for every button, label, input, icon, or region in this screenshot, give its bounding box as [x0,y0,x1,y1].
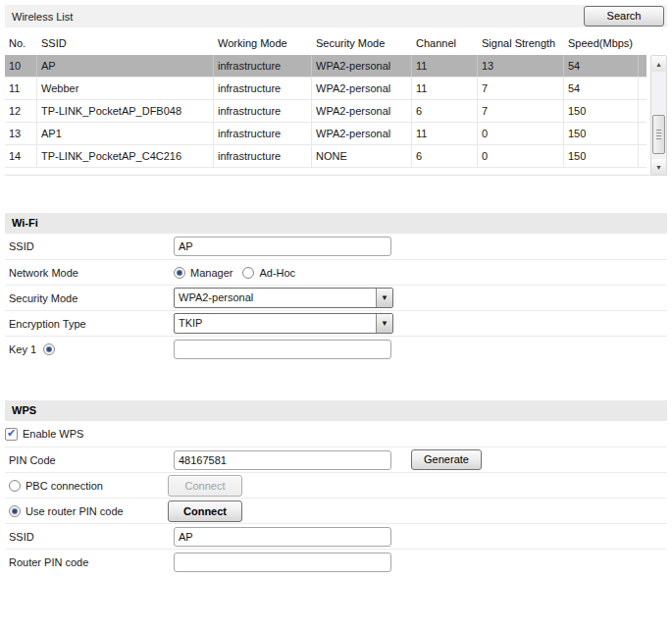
col-header-speed: Speed(Mbps) [564,31,639,55]
chevron-down-icon[interactable]: ▼ [376,314,392,333]
adhoc-radio-label: Ad-Hoc [259,267,295,279]
pin-code-input[interactable] [174,450,391,470]
wifi-ssid-row: SSID [5,234,667,259]
search-button[interactable]: Search [584,6,664,26]
col-header-no: No. [5,31,37,55]
wifi-settings-page: Wireless List Search No. SSID Working Mo… [0,0,672,579]
wireless-table: No. SSID Working Mode Security Mode Chan… [5,31,667,176]
pbc-label: PBC connection [26,480,103,492]
wireless-list-header-band: Wireless List Search [5,5,667,27]
col-header-signal-strength: Signal Strength [478,31,564,55]
use-router-pin-radio[interactable] [9,505,21,517]
wireless-table-body: 10 AP infrastructure WPA2-personal 11 13… [5,55,667,176]
enable-wps-row: Enable WPS [5,421,667,447]
table-row[interactable]: 12 TP-LINK_PocketAP_DFB048 infrastructur… [5,100,646,123]
col-header-ssid: SSID [37,31,214,55]
use-router-pin-row: Use router PIN code Connect [5,498,667,523]
scroll-up-icon[interactable]: ▲ [651,56,666,72]
security-mode-select[interactable]: WPA2-personal ▼ [174,288,393,308]
key1-label-wrap: Key 1 [5,343,174,355]
table-row[interactable]: 13 AP1 infrastructure WPA2-personal 11 0… [5,123,646,145]
router-pin-code-row: Router PIN code [5,549,667,574]
wireless-list-title: Wireless List [12,11,73,23]
network-mode-row: Network Mode Manager Ad-Hoc [5,259,667,285]
network-mode-label: Network Mode [5,267,174,279]
encryption-type-value: TKIP [175,314,376,333]
key1-row: Key 1 [5,336,667,361]
col-header-working-mode: Working Mode [214,31,312,55]
adhoc-radio[interactable] [242,267,254,279]
router-pin-code-input[interactable] [174,553,391,572]
col-header-channel: Channel [412,31,478,55]
table-row[interactable]: 14 TP-LINK_PocketAP_C4C216 infrastructur… [5,145,646,168]
wps-section-header: WPS [5,400,667,421]
wifi-ssid-label: SSID [5,240,174,252]
router-pin-connect-button[interactable]: Connect [168,500,242,522]
wireless-table-header: No. SSID Working Mode Security Mode Chan… [5,31,667,55]
encryption-type-select[interactable]: TKIP ▼ [174,313,393,334]
col-header-security-mode: Security Mode [312,31,412,55]
pbc-radio[interactable] [9,480,21,492]
generate-button[interactable]: Generate [411,449,482,470]
key1-label: Key 1 [9,343,36,355]
scrollbar-grip [656,130,661,139]
chevron-down-icon[interactable]: ▼ [376,289,392,307]
enable-wps-label: Enable WPS [23,428,83,440]
table-row[interactable]: 11 Webber infrastructure WPA2-personal 1… [5,78,646,100]
wps-ssid-input[interactable] [174,527,391,547]
table-scrollbar[interactable]: ▲ ▼ [650,55,667,176]
key1-input[interactable] [174,340,391,359]
wifi-section-header: Wi-Fi [5,213,667,234]
manager-radio[interactable] [174,267,185,279]
pin-code-row: PIN Code Generate [5,447,667,472]
security-mode-label: Security Mode [5,292,174,304]
wps-ssid-label: SSID [5,531,174,543]
encryption-type-row: Encryption Type TKIP ▼ [5,310,667,336]
enable-wps-checkbox[interactable] [5,428,18,441]
manager-radio-label: Manager [190,267,233,279]
security-mode-row: Security Mode WPA2-personal ▼ [5,285,667,310]
scroll-down-icon[interactable]: ▼ [651,159,666,175]
pbc-label-wrap: PBC connection [5,480,174,492]
table-row[interactable]: 10 AP infrastructure WPA2-personal 11 13… [5,55,646,78]
router-pin-code-label: Router PIN code [5,556,174,568]
encryption-type-label: Encryption Type [5,318,174,330]
use-router-pin-label: Use router PIN code [26,505,124,517]
pin-code-label: PIN Code [5,454,174,466]
wifi-ssid-input[interactable] [174,237,391,256]
pbc-connect-button[interactable]: Connect [168,475,242,497]
security-mode-value: WPA2-personal [175,289,376,307]
key1-radio[interactable] [43,343,55,355]
pbc-connection-row: PBC connection Connect [5,472,667,498]
router-pin-radio-wrap: Use router PIN code [5,505,174,517]
scrollbar-thumb[interactable] [652,115,665,154]
wps-ssid-row: SSID [5,523,667,549]
